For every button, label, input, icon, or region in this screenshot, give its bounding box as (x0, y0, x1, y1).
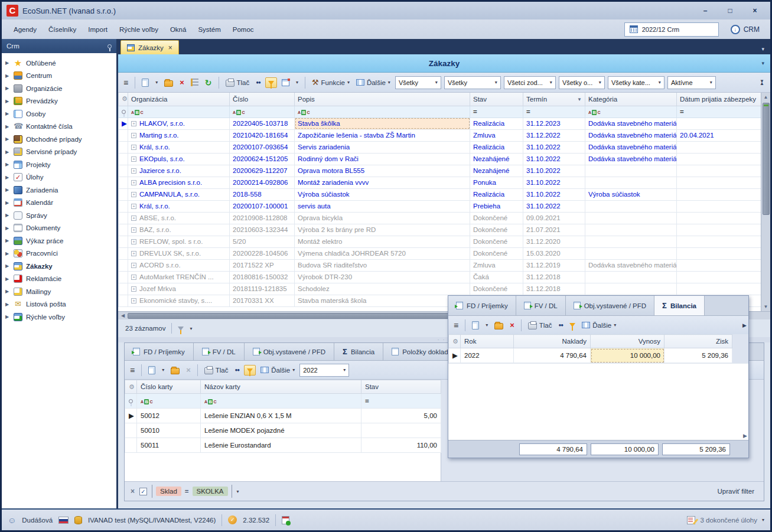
cell-cislo[interactable]: 50011 (137, 438, 201, 453)
table-row[interactable]: +EKOpuls, s.r.o.20200624-151205Rodinný d… (119, 153, 764, 165)
sidebar-item-oblubene[interactable]: ▶★Obľúbené (2, 57, 116, 70)
cell-num[interactable]: 20200629-112207 (230, 165, 295, 177)
filter-stav[interactable]: = (470, 106, 523, 118)
cell-org[interactable]: +ABSE, s.r.o. (128, 212, 230, 224)
col-termin[interactable]: ▼Termín (523, 93, 585, 106)
cell-desc[interactable]: Stavba materská škola (295, 295, 470, 306)
sidebar-item-zakazky[interactable]: ▶Zákazky (2, 260, 116, 273)
chevron-down-icon[interactable]: ▾ (190, 326, 192, 331)
cell-cislo[interactable]: 50012 (137, 409, 201, 423)
cell-stav[interactable]: Zmluva (470, 259, 523, 271)
filter-popis[interactable]: ABC (295, 106, 470, 118)
menu-rychle-volby[interactable]: Rýchle voľby (113, 24, 164, 35)
cell-kat[interactable] (585, 224, 677, 236)
sidebar-item-reklamacie[interactable]: ▶Reklamácie (2, 273, 116, 286)
filter-stav[interactable]: = (361, 394, 441, 409)
menu-pomoc[interactable]: Pomoc (227, 24, 260, 35)
period-field[interactable]: 2022/12 Crm (624, 22, 719, 37)
cell-stav[interactable]: Zmluva (470, 129, 523, 141)
cell-nazov[interactable]: Lešenie Eurostandard (201, 438, 361, 453)
new-record-button[interactable] (146, 365, 157, 376)
cell-kat[interactable]: Dodávka stavebného materiálu (585, 118, 677, 129)
cell-kat[interactable]: Dodávka stavebného materiálu (585, 129, 677, 141)
vertical-scrollbar[interactable]: ▲ ▼ (761, 93, 770, 311)
tasks-status[interactable]: 3 dokončené úlohy ▾ (687, 516, 764, 524)
cell-datum[interactable]: 20.04.2021 (677, 129, 764, 141)
cell-stav[interactable]: Realizácia (470, 118, 523, 129)
cell-kat[interactable]: Dodávka stavebného materiálu (585, 153, 677, 165)
filter-expression[interactable]: Sklad = SKOLKA (152, 485, 232, 498)
gear-icon[interactable]: ⚙ (129, 383, 135, 390)
filter-field-chip[interactable]: Sklad (156, 487, 181, 496)
sidebar-item-projekty[interactable]: ▶Projekty (2, 158, 116, 171)
cell-org[interactable]: +Ekonomické stavby, s.... (128, 295, 230, 306)
cell-stav[interactable]: 110,00 (361, 438, 441, 453)
cell-kat[interactable]: Dodávka stavebného materiálu (585, 141, 677, 153)
menu-import[interactable]: Import (82, 24, 113, 35)
cell-num[interactable]: 20210603-132344 (230, 224, 295, 236)
col-popis[interactable]: Popis (295, 93, 470, 106)
filter-value-chip[interactable]: SKOLKA (193, 487, 228, 496)
cell-num[interactable]: 20200107-100001 (230, 200, 295, 212)
cell-num[interactable]: 2018-558 (230, 188, 295, 200)
col-rok[interactable]: Rok (461, 335, 514, 348)
col-stav[interactable]: Stav (470, 93, 523, 106)
cell-num[interactable]: 20181119-121835 (230, 283, 295, 295)
cell-stav[interactable]: Dokončené (470, 247, 523, 259)
chevron-down-icon[interactable]: ▾ (762, 517, 764, 523)
cell-datum[interactable] (677, 200, 764, 212)
cell-kat[interactable] (585, 283, 677, 295)
cell-termin[interactable]: 31.12.2022 (523, 129, 585, 141)
header-dropdown-icon[interactable]: ▾ (761, 60, 764, 66)
cell-desc[interactable]: Budova SR riaditeľstvo (295, 259, 470, 271)
cell-datum[interactable] (677, 118, 764, 129)
edit-filter-link[interactable]: Upraviť filter (718, 488, 758, 495)
tab-fd-prijemky[interactable]: FD / Príjemky (448, 296, 516, 315)
more-columns-button[interactable]: Ďalšie▾ (580, 321, 618, 330)
filter-button[interactable] (568, 322, 577, 328)
new-window-button[interactable] (280, 78, 291, 87)
cell-num[interactable]: 20220405-103718 (230, 118, 295, 129)
cell-stav[interactable]: Dokončené (470, 236, 523, 247)
cell-num[interactable]: 20200214-092806 (230, 177, 295, 188)
cell-termin[interactable]: 31.10.2022 (523, 188, 585, 200)
filter-button[interactable] (244, 365, 256, 376)
table-row[interactable]: +ALBA precision s.r.o.20200214-092806Mon… (119, 177, 764, 188)
cell-org[interactable]: +REFLOW, spol. s r.o. (128, 236, 230, 247)
filter-combo-3[interactable]: Všetci zod...▾ (504, 76, 556, 89)
new-record-dropdown[interactable]: ▾ (160, 366, 166, 374)
toolbar-menu-button[interactable]: ≡ (128, 364, 136, 376)
tab-fv-dl[interactable]: FV / DL (194, 343, 245, 360)
cell-org[interactable]: +Jozef Mrkva (128, 283, 230, 295)
tab-fv-dl[interactable]: FV / DL (516, 296, 566, 315)
col-stav[interactable]: Stav (361, 380, 441, 394)
filter-combo-5[interactable]: Všetky kate...▾ (608, 76, 664, 89)
cell-num[interactable]: 20200624-151205 (230, 153, 295, 165)
cell-stav[interactable]: Nezahájené (470, 153, 523, 165)
cell-stav[interactable]: Dokončené (470, 212, 523, 224)
sidebar-item-kalendar[interactable]: ▶Kalendár (2, 197, 116, 210)
cell-termin[interactable]: 31.12.2020 (523, 236, 585, 247)
cell-desc[interactable]: Výmena chladiča JOHRDEAR 5720 (295, 247, 470, 259)
cell-termin[interactable]: 31.10.2022 (523, 153, 585, 165)
sidebar-item-pracovnici[interactable]: ▶Pracovníci (2, 247, 116, 260)
filter-combo-4[interactable]: Všetky o...▾ (559, 76, 605, 89)
filter-combo-1[interactable]: Všetky▾ (395, 76, 441, 89)
cell-kat[interactable]: Výroba súčiastok (585, 188, 677, 200)
menu-agendy[interactable]: Agendy (8, 24, 43, 35)
table-row[interactable]: +REFLOW, spol. s r.o.5/20Montáž elektroD… (119, 236, 764, 247)
expand-plus-icon[interactable]: + (131, 121, 136, 126)
remove-filter-icon[interactable]: × (131, 487, 135, 495)
cell-datum[interactable] (677, 153, 764, 165)
cell-org[interactable]: +Marting s.r.o. (128, 129, 230, 141)
table-row[interactable]: +Král, s.r.o.20200107-093654Servis zaria… (119, 141, 764, 153)
tab-bilancia[interactable]: ΣBilancia (654, 296, 705, 315)
tab-obj-vystavene[interactable]: Obj.vystavené / PFD (245, 343, 334, 360)
cell-kat[interactable] (585, 247, 677, 259)
table-row[interactable]: 50011Lešenie Eurostandard110,00 (125, 438, 441, 453)
cell-kat[interactable] (585, 177, 677, 188)
sidebar-item-mailingy[interactable]: ▶Mailingy (2, 285, 116, 298)
cell-naklady[interactable]: 4 790,64 (514, 348, 591, 363)
col-nazov-karty[interactable]: Názov karty (201, 380, 361, 394)
cell-termin[interactable]: 31.10.2022 (523, 165, 585, 177)
